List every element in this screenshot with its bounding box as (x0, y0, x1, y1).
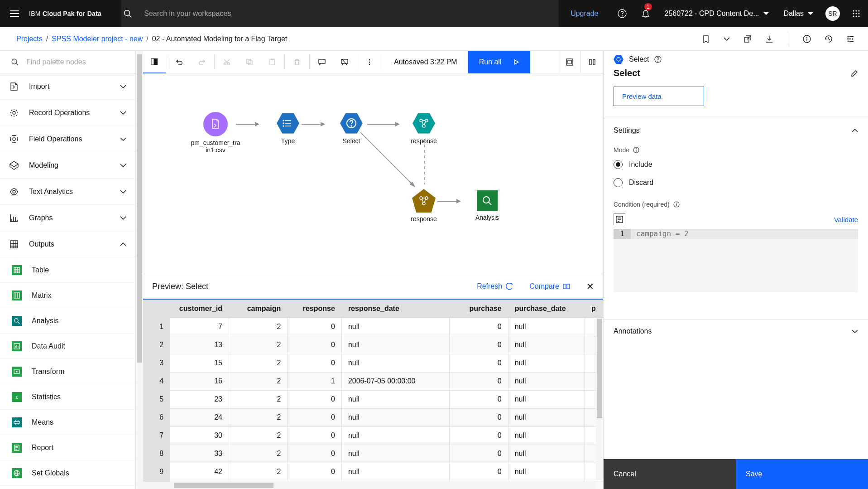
undo-icon[interactable] (168, 51, 191, 73)
edit-icon[interactable] (851, 70, 858, 77)
svg-point-33 (14, 319, 18, 322)
palette-category-record-operations[interactable]: Record Operations (0, 100, 135, 126)
palette-category-field-operations[interactable]: Field Operations (0, 126, 135, 152)
settings-section-header[interactable]: Settings (604, 119, 868, 142)
field-operations-icon (9, 134, 19, 144)
comment-icon[interactable] (311, 51, 333, 73)
breadcrumb-projects[interactable]: Projects (16, 35, 43, 43)
table-row[interactable]: 2 13 2 0 null 0 null (143, 336, 603, 354)
node-response-nugget[interactable]: response (397, 189, 451, 223)
help-icon[interactable] (610, 0, 634, 27)
svg-rect-50 (341, 59, 348, 63)
column-header[interactable]: response_date (341, 300, 450, 318)
svg-line-72 (489, 202, 491, 205)
preview-data-button[interactable]: Preview data (614, 87, 704, 106)
svg-point-60 (283, 126, 284, 126)
column-header[interactable]: customer_id (170, 300, 229, 318)
svg-rect-45 (247, 59, 251, 63)
column-header[interactable]: purchase_date (508, 300, 585, 318)
copy-icon (238, 51, 261, 73)
expression-builder-icon[interactable] (614, 213, 625, 225)
export-icon[interactable] (743, 35, 752, 43)
download-icon[interactable] (765, 35, 773, 43)
palette-node-statistics[interactable]: Σ Statistics (0, 384, 135, 410)
parameters-icon[interactable] (558, 51, 580, 73)
breadcrumb-project[interactable]: SPSS Modeler project - new (52, 35, 143, 43)
column-header[interactable]: response (288, 300, 342, 318)
svg-point-59 (283, 123, 284, 124)
palette-search-input[interactable] (26, 58, 125, 66)
upgrade-link[interactable]: Upgrade (559, 10, 610, 18)
palette-node-analysis[interactable]: Analysis (0, 308, 135, 334)
overflow-icon[interactable] (358, 51, 381, 73)
table-row[interactable]: 8 33 2 0 null 0 null (143, 445, 603, 463)
info-icon[interactable] (803, 35, 811, 43)
bookmark-icon[interactable] (702, 35, 710, 43)
palette-category-import[interactable]: Import (0, 73, 135, 100)
table-row[interactable]: 4 16 2 1 2006-07-05 00:00:00 0 null (143, 372, 603, 390)
palette-node-data-audit[interactable]: Data Audit (0, 334, 135, 359)
app-switcher-icon[interactable] (844, 10, 868, 18)
run-all-button[interactable]: Run all (468, 51, 531, 73)
menu-icon[interactable] (0, 9, 29, 18)
chevron-down-icon[interactable] (724, 36, 730, 42)
table-row[interactable]: 5 23 2 0 null 0 null (143, 390, 603, 408)
column-header[interactable]: p (585, 300, 603, 318)
annotations-section-header[interactable]: Annotations (604, 320, 868, 343)
table-vertical-scrollbar[interactable] (596, 319, 603, 480)
node-import[interactable]: pm_customer_tra in1.csv (188, 112, 243, 154)
svg-point-53 (369, 63, 370, 65)
validate-link[interactable]: Validate (834, 216, 858, 223)
settings-icon[interactable] (846, 35, 854, 43)
palette-toggle-icon[interactable] (143, 51, 166, 73)
palette-node-means[interactable]: Means (0, 410, 135, 435)
svg-point-71 (483, 197, 489, 203)
table-row[interactable]: 6 24 2 0 null 0 null (143, 408, 603, 426)
palette-node-matrix[interactable]: Matrix (0, 283, 135, 308)
column-header[interactable]: campaign (229, 300, 288, 318)
table-row[interactable]: 3 15 2 0 null 0 null (143, 354, 603, 372)
save-button[interactable]: Save (736, 459, 868, 489)
palette-category-graphs[interactable]: Graphs (0, 205, 135, 231)
delete-icon (286, 51, 308, 73)
flow-arrow (437, 201, 460, 202)
vertical-scrollbar[interactable] (136, 51, 143, 489)
hide-comment-icon[interactable] (333, 51, 356, 73)
cancel-button[interactable]: Cancel (604, 459, 736, 489)
user-avatar[interactable]: SR (825, 6, 840, 21)
help-icon[interactable] (654, 56, 662, 63)
palette-node-transform[interactable]: Transform (0, 359, 135, 384)
search-icon[interactable] (123, 9, 132, 18)
chevron-icon (120, 189, 126, 195)
palette-node-report[interactable]: Report (0, 435, 135, 460)
history-icon[interactable] (825, 35, 833, 43)
condition-editor[interactable]: 1 campaign = 2 (614, 229, 858, 292)
refresh-link[interactable]: Refresh (477, 282, 513, 290)
node-analysis[interactable]: Analysis (460, 190, 514, 221)
palette-node-table[interactable]: Table (0, 257, 135, 283)
notifications-icon[interactable]: 1 (634, 0, 657, 27)
palette-category-text-analytics[interactable]: Text Analytics (0, 179, 135, 205)
palette-category-modeling[interactable]: Modeling (0, 152, 135, 179)
table-row[interactable]: 7 30 2 0 null 0 null (143, 426, 603, 445)
table-row[interactable]: 9 42 2 0 null 0 null (143, 463, 603, 481)
outputs-panel-icon[interactable] (580, 51, 603, 73)
palette-node-set-globals[interactable]: Set Globals (0, 460, 135, 486)
global-search-input[interactable] (144, 0, 557, 27)
mode-include-radio[interactable]: Include (604, 155, 868, 174)
flow-canvas[interactable]: pm_customer_tra in1.csv Type Select resp… (143, 73, 603, 274)
product-logo: IBM Cloud Pak for Data (29, 10, 101, 17)
region-dropdown[interactable]: Dallas (777, 10, 821, 18)
column-header[interactable]: purchase (450, 300, 508, 318)
svg-rect-41 (151, 58, 154, 65)
table-horizontal-scrollbar[interactable] (143, 482, 596, 489)
mode-discard-radio[interactable]: Discard (604, 174, 868, 192)
palette-category-outputs[interactable]: Outputs (0, 231, 135, 257)
table-row[interactable]: 1 7 2 0 null 0 null (143, 318, 603, 336)
breadcrumb: Projects / SPSS Modeler project - new / … (0, 27, 868, 51)
project-dropdown[interactable]: 2560722 - CPD Content De... (657, 10, 777, 18)
svg-point-14 (856, 16, 857, 17)
compare-link[interactable]: Compare (529, 282, 570, 290)
close-icon[interactable]: ✕ (586, 281, 594, 292)
node-type[interactable]: Type (261, 112, 315, 145)
